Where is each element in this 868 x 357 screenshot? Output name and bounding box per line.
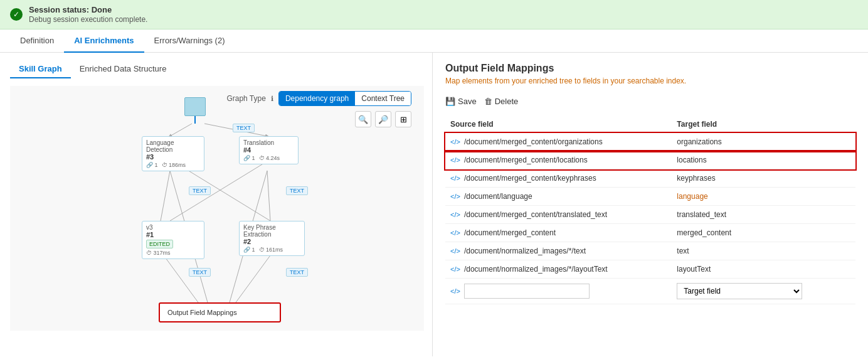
new-mapping-row: </> Target field	[445, 279, 855, 304]
left-panel: Skill Graph Enriched Data Structure	[0, 53, 433, 356]
text-badge-1: TEXT	[189, 186, 211, 195]
target-field-select[interactable]: Target field	[677, 283, 802, 299]
target-field-cell: translated_text	[672, 206, 855, 224]
text-badge-0: TEXT	[233, 124, 255, 132]
delete-icon: 🗑	[484, 97, 492, 106]
zoom-out-icon[interactable]: 🔎	[375, 111, 391, 127]
banner-subtitle: Debug session execution complete.	[29, 15, 147, 24]
node-key-phrase[interactable]: Key Phrase Extraction #2 🔗 1⏱ 161ms	[239, 221, 305, 256]
source-value: /document/merged_content/organizations	[464, 137, 603, 146]
table-row[interactable]: </>/document/languagelanguage	[445, 188, 855, 206]
source-field-cell: </>/document/merged_content	[445, 224, 672, 242]
delete-label: Delete	[495, 97, 519, 106]
save-icon: 💾	[445, 97, 455, 106]
table-row[interactable]: </>/document/normalized_images/*/layoutT…	[445, 260, 855, 279]
field-icon: </>	[450, 211, 460, 218]
right-panel: Output Field Mappings Map elements from …	[433, 53, 868, 356]
source-field-cell: </>/document/merged_content/locations	[445, 151, 672, 169]
session-banner: ✓ Session status: Done Debug session exe…	[0, 0, 868, 29]
node-language-detection[interactable]: Language Detection #3 🔗 1⏱ 186ms	[142, 136, 204, 171]
table-row[interactable]: </>/document/merged_content/keyphraseske…	[445, 169, 855, 188]
source-field-cell: </>/document/merged_content/translated_t…	[445, 206, 672, 224]
table-row[interactable]: </>/document/normalized_images/*/texttex…	[445, 242, 855, 260]
target-field-cell: text	[672, 242, 855, 260]
col-target: Target field	[672, 116, 855, 133]
graph-container: Graph Type ℹ Dependency graph Context Tr…	[10, 86, 424, 331]
source-field-cell: </>/document/language	[445, 188, 672, 206]
col-source: Source field	[445, 116, 672, 133]
target-field-cell: locations	[672, 151, 855, 169]
content-area: Skill Graph Enriched Data Structure	[0, 53, 868, 356]
field-icon: </>	[450, 247, 460, 255]
source-value: /document/merged_content	[464, 228, 556, 237]
target-field-cell: merged_content	[672, 224, 855, 242]
table-row[interactable]: </>/document/merged_contentmerged_conten…	[445, 224, 855, 242]
source-value: /document/normalized_images/*/layoutText	[464, 265, 608, 274]
banner-title: Session status: Done	[29, 5, 147, 14]
source-value: /document/merged_content/locations	[464, 156, 588, 164]
field-icon: </>	[450, 174, 460, 182]
source-value: /document/language	[464, 192, 532, 201]
tab-ai-enrichments[interactable]: AI Enrichments	[64, 29, 144, 53]
new-source-cell: </>	[445, 279, 672, 304]
fit-view-icon[interactable]: ⊞	[395, 111, 411, 127]
node-v3-stats: ⏱ 317ms	[146, 250, 200, 256]
node-v3-title: v3	[146, 224, 200, 231]
table-row[interactable]: </>/document/merged_content/locationsloc…	[445, 151, 855, 169]
svg-line-7	[236, 255, 270, 302]
node-trans-stats: 🔗 1⏱ 4.24s	[243, 155, 294, 161]
tab-definition[interactable]: Definition	[10, 29, 64, 53]
node-trans-title: Translation	[243, 139, 294, 146]
main-tabs: Definition AI Enrichments Errors/Warning…	[0, 29, 868, 53]
node-v3[interactable]: v3 #1 EDITED ⏱ 317ms	[142, 221, 204, 259]
target-field-cell: keyphrases	[672, 169, 855, 188]
node-trans-id: #4	[243, 146, 294, 154]
target-value: language	[677, 192, 707, 201]
target-field-cell: language	[672, 188, 855, 206]
field-icon: </>	[450, 265, 460, 273]
zoom-in-icon[interactable]: 🔍	[355, 111, 371, 127]
field-icon: </>	[450, 138, 460, 146]
field-icon: </>	[450, 229, 460, 237]
save-button[interactable]: 💾 Save	[445, 94, 477, 109]
tab-errors-warnings[interactable]: Errors/Warnings (2)	[144, 29, 235, 53]
new-field-icon: </>	[450, 287, 460, 295]
target-value: merged_content	[677, 228, 731, 237]
banner-text: Session status: Done Debug session execu…	[29, 5, 147, 24]
node-v3-id: #1	[146, 231, 200, 238]
sub-tab-skill-graph[interactable]: Skill Graph	[10, 60, 71, 78]
delete-button[interactable]: 🗑 Delete	[484, 94, 519, 109]
sub-tabs: Skill Graph Enriched Data Structure	[10, 60, 432, 78]
output-node-label: Output Field Mappings	[167, 309, 237, 316]
svg-line-3	[267, 171, 270, 221]
new-target-cell: Target field	[672, 279, 855, 304]
new-source-input[interactable]	[464, 284, 590, 299]
source-value: /document/merged_content/keyphrases	[464, 174, 596, 183]
target-value: organizations	[677, 137, 721, 146]
table-row[interactable]: </>/document/merged_content/organization…	[445, 133, 855, 151]
svg-line-6	[164, 255, 198, 302]
node-translation[interactable]: Translation #4 🔗 1⏱ 4.24s	[239, 136, 299, 164]
target-value: text	[677, 247, 689, 255]
graph-type-dependency[interactable]: Dependency graph	[279, 92, 355, 105]
graph-type-info-icon: ℹ	[271, 95, 273, 103]
field-icon: </>	[450, 193, 460, 200]
svg-line-0	[170, 124, 192, 136]
mappings-table: Source field Target field </>/document/m…	[445, 116, 855, 304]
target-value: locations	[677, 156, 706, 164]
check-icon: ✓	[10, 8, 23, 21]
graph-type-area: Graph Type ℹ Dependency graph Context Tr…	[226, 91, 411, 106]
source-field-cell: </>/document/merged_content/organization…	[445, 133, 672, 151]
node-kp-id: #2	[243, 238, 300, 245]
sub-tab-enriched-data[interactable]: Enriched Data Structure	[71, 60, 176, 78]
field-icon: </>	[450, 156, 460, 164]
target-value: layoutText	[677, 265, 711, 274]
right-panel-title: Output Field Mappings	[445, 63, 855, 74]
node-kp-stats: 🔗 1⏱ 161ms	[243, 247, 300, 253]
table-row[interactable]: </>/document/merged_content/translated_t…	[445, 206, 855, 224]
output-field-mappings-node[interactable]: Output Field Mappings	[159, 302, 281, 322]
text-badge-4: TEXT	[286, 268, 308, 277]
svg-line-2	[161, 171, 170, 221]
graph-type-context-tree[interactable]: Context Tree	[355, 92, 411, 105]
source-field-cell: </>/document/normalized_images/*/layoutT…	[445, 260, 672, 279]
